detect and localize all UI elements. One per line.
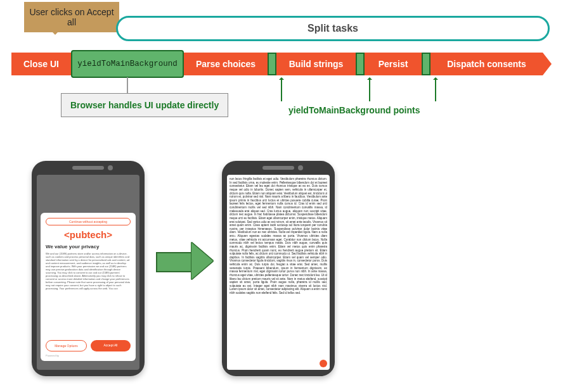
- split-tasks-pill: Split tasks: [116, 16, 550, 41]
- seg-build-strings: Build strings: [276, 53, 356, 75]
- phone-notch-icon: [262, 166, 294, 170]
- callout-yield-points-text: yieldToMainBackground points: [288, 105, 420, 115]
- seg-close-ui: Close UI: [11, 53, 71, 75]
- seg-parse-label: Parse choices: [196, 59, 256, 69]
- consent-body-text: We and our (1589) partners store and/or …: [46, 252, 130, 290]
- split-tasks-label: Split tasks: [307, 23, 358, 34]
- callout-yield-points: yieldToMainBackground points: [288, 105, 420, 115]
- article-content: non lacus fringilla facilisis et eget od…: [230, 177, 327, 367]
- pubtech-logo: <pubtech>: [46, 229, 131, 240]
- powered-by-text: Powered by: [46, 354, 59, 357]
- consent-body: We and our (1589) partners store and/or …: [46, 252, 131, 336]
- seg-close-ui-label: Close UI: [23, 59, 59, 69]
- timeline-arrowhead-icon: [543, 53, 552, 75]
- article-content-text: non lacus fringilla facilisis et eget od…: [230, 177, 327, 294]
- manage-options-button[interactable]: Manage Options: [46, 340, 87, 351]
- floating-action-icon[interactable]: [320, 360, 327, 367]
- callout-browser-handles: Browser handles UI update directly: [61, 93, 228, 117]
- phone-before: Continue without accepting <pubtech> We …: [32, 161, 145, 376]
- speech-bubble-accept-all: User clicks on Accept all: [24, 2, 119, 32]
- seg-persist: Persist: [365, 53, 422, 75]
- accept-all-label: Accept All: [104, 343, 118, 347]
- tick-arrow-3: [435, 79, 436, 101]
- seg-persist-label: Persist: [379, 59, 408, 69]
- yield-tick-3: [422, 53, 430, 75]
- seg-ytmb-label: yieldToMainBackground: [77, 60, 178, 68]
- speech-text: User clicks on Accept all: [27, 7, 117, 27]
- consent-title: We value your privacy: [46, 244, 131, 250]
- continue-without-link[interactable]: Continue without accepting: [46, 218, 131, 225]
- continue-without-text: Continue without accepting: [69, 220, 107, 224]
- seg-dispatch-label: Dispatch consents: [447, 59, 526, 69]
- pubtech-logo-text: <pubtech>: [64, 229, 112, 240]
- tick-arrow-1: [281, 79, 282, 101]
- powered-by: Powered by: [46, 354, 131, 357]
- seg-yield-to-main-background: yieldToMainBackground: [71, 50, 184, 78]
- seg-build-label: Build strings: [289, 59, 344, 69]
- phone-after: non lacus fringilla facilisis et eget od…: [222, 161, 335, 376]
- phone-after-screen: non lacus fringilla facilisis et eget od…: [227, 175, 330, 370]
- transition-arrow-icon: [156, 244, 214, 278]
- task-timeline: Close UI yieldToMainBackground Parse cho…: [11, 53, 552, 75]
- tick-arrow-2: [369, 79, 370, 101]
- manage-options-label: Manage Options: [55, 344, 78, 348]
- accept-all-button[interactable]: Accept All: [91, 340, 131, 351]
- seg-dispatch-consents: Dispatch consents: [430, 53, 543, 75]
- phone-before-screen: Continue without accepting <pubtech> We …: [37, 175, 139, 370]
- consent-buttons: Manage Options Accept All: [46, 340, 131, 351]
- yield-tick-2: [356, 53, 365, 75]
- consent-modal: Continue without accepting <pubtech> We …: [41, 213, 136, 361]
- consent-title-text: We value your privacy: [46, 244, 99, 250]
- phone-notch-icon: [72, 166, 104, 170]
- connector-line: [127, 77, 128, 94]
- seg-parse-choices: Parse choices: [184, 53, 268, 75]
- yield-tick-1: [268, 53, 276, 75]
- callout-browser-handles-text: Browser handles UI update directly: [70, 100, 219, 110]
